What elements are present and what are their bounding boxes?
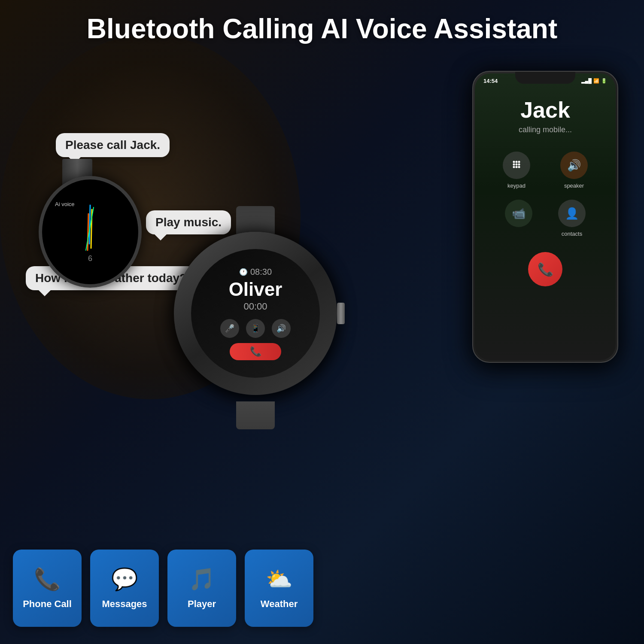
- video-button[interactable]: 📹: [505, 200, 532, 227]
- signal-icon: ▂▄█: [581, 78, 592, 84]
- watch-duration: 00:00: [243, 301, 267, 312]
- svg-point-8: [516, 164, 518, 166]
- large-watch-screen: 🕐 08:30 Oliver 00:00 🎤 📱 🔊 📞: [191, 249, 320, 378]
- large-watch-strap-bottom: [236, 401, 275, 429]
- contacts-button[interactable]: 👤: [558, 200, 586, 227]
- messages-icon: 💬: [111, 567, 138, 592]
- phone-caller-status: calling mobile...: [519, 125, 572, 134]
- ai-voice-label: Ai voice: [55, 201, 75, 207]
- phone: 14:54 ▂▄█ 📶 🔋 Jack calling mobile...: [472, 71, 618, 363]
- wifi-icon: 📶: [593, 78, 599, 84]
- watch-end-call-button[interactable]: 📞: [230, 343, 281, 360]
- svg-point-4: [513, 161, 515, 163]
- battery-icon: 🔋: [601, 78, 607, 84]
- large-watch-strap-top: [236, 206, 275, 234]
- phone-caller-name: Jack: [520, 97, 570, 123]
- phone-end-call-row: 📞: [475, 248, 616, 291]
- status-icons: ▂▄█ 📶 🔋: [581, 78, 607, 84]
- small-smartwatch: Ai voice 6: [26, 159, 155, 309]
- watch-time-row: 🕐 08:30: [239, 267, 272, 277]
- player-label: Player: [188, 598, 216, 610]
- large-smartwatch: 🕐 08:30 Oliver 00:00 🎤 📱 🔊 📞: [163, 206, 348, 429]
- watch-phone-button[interactable]: 📱: [246, 319, 265, 338]
- svg-line-0: [89, 205, 90, 244]
- contacts-action: 👤 contacts: [558, 200, 586, 237]
- phone-status-bar: 14:54 ▂▄█ 📶 🔋: [475, 73, 616, 84]
- speech-bubble-call: Please call Jack.: [56, 133, 170, 157]
- weather-label: Weather: [261, 598, 298, 610]
- small-watch-screen: Ai voice 6: [42, 179, 138, 284]
- feature-weather[interactable]: ⛅ Weather: [245, 550, 313, 627]
- keypad-button[interactable]: [503, 152, 530, 179]
- small-watch-body: Ai voice 6: [39, 176, 142, 288]
- keypad-icon: [511, 160, 522, 171]
- watch-mic-button[interactable]: 🎤: [220, 319, 239, 338]
- weather-icon: ⛅: [266, 567, 292, 592]
- phone-screen: 14:54 ▂▄█ 📶 🔋 Jack calling mobile...: [475, 73, 616, 360]
- phone-actions-row2: 📹 👤 contacts: [475, 197, 616, 239]
- small-watch-strap-top: [62, 159, 92, 176]
- speaker-label: speaker: [564, 182, 584, 189]
- phone-caller-section: Jack calling mobile...: [475, 84, 616, 147]
- svg-point-5: [516, 161, 518, 163]
- phone-end-call-button[interactable]: 📞: [528, 252, 562, 286]
- svg-point-7: [513, 164, 515, 166]
- page-title: Bluetooth Calling AI Voice Assistant: [87, 13, 557, 45]
- svg-point-6: [518, 161, 520, 163]
- svg-point-9: [518, 164, 520, 166]
- phone-call-label: Phone Call: [23, 598, 72, 610]
- phone-body: 14:54 ▂▄█ 📶 🔋 Jack calling mobile...: [472, 71, 618, 363]
- phone-call-icon: 📞: [34, 567, 61, 592]
- large-watch-outer: 🕐 08:30 Oliver 00:00 🎤 📱 🔊 📞: [174, 232, 337, 395]
- keypad-label: keypad: [507, 182, 526, 189]
- svg-line-2: [88, 214, 88, 250]
- watch-crown: [337, 303, 345, 324]
- contacts-label: contacts: [562, 231, 582, 237]
- voice-wave-svg: [77, 201, 103, 252]
- main-container: Bluetooth Calling AI Voice Assistant Ple…: [0, 0, 644, 644]
- svg-point-11: [516, 166, 518, 168]
- speaker-button[interactable]: 🔊: [560, 152, 588, 179]
- speaker-action: 🔊 speaker: [560, 152, 588, 189]
- bottom-features: 📞 Phone Call 💬 Messages 🎵 Player ⛅ Weath…: [13, 550, 313, 627]
- watch-caller-name: Oliver: [229, 279, 283, 300]
- watch-time: 08:30: [250, 267, 272, 277]
- keypad-action: keypad: [503, 152, 530, 189]
- svg-point-10: [513, 166, 515, 168]
- player-icon: 🎵: [188, 567, 215, 592]
- feature-player[interactable]: 🎵 Player: [167, 550, 236, 627]
- feature-messages[interactable]: 💬 Messages: [90, 550, 159, 627]
- svg-point-12: [518, 166, 520, 168]
- phone-time: 14:54: [483, 78, 498, 84]
- messages-label: Messages: [102, 598, 147, 610]
- feature-phone-call[interactable]: 📞 Phone Call: [13, 550, 82, 627]
- watch-controls: 🎤 📱 🔊: [220, 319, 291, 338]
- video-action: 📹: [505, 200, 532, 237]
- clock-icon: 🕐: [239, 268, 248, 276]
- watch-speaker-button[interactable]: 🔊: [272, 319, 291, 338]
- small-watch-number: 6: [88, 254, 92, 263]
- phone-actions-row1: keypad 🔊 speaker: [475, 147, 616, 193]
